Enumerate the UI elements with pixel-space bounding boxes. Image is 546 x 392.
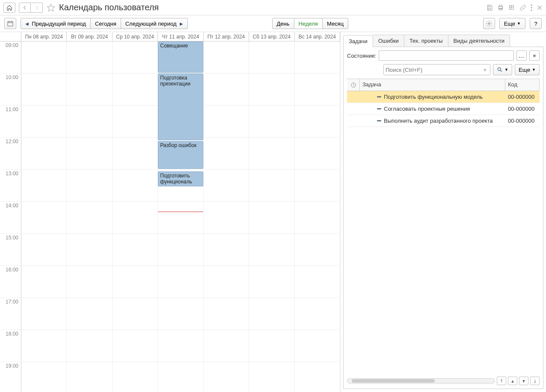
calendar-event[interactable]: Совещание — [158, 41, 203, 73]
day-column[interactable] — [249, 41, 294, 392]
side-tab[interactable]: Тех. проекты — [404, 35, 448, 47]
calendar-body[interactable]: 09:0010:0011:0012:0013:0014:0015:0016:00… — [0, 41, 340, 392]
view-week-button[interactable]: Неделя — [294, 18, 323, 29]
task-title: Подготовить функциональную модель — [384, 94, 483, 100]
side-tab[interactable]: Виды деятельности — [448, 35, 510, 47]
nav-back-button[interactable] — [19, 3, 31, 13]
close-icon[interactable] — [537, 5, 543, 11]
next-period-label: Следующий период — [125, 21, 177, 27]
day-header[interactable]: Вс 14 апр. 2024 — [295, 32, 340, 41]
h-scrollbar[interactable] — [347, 378, 495, 383]
side-panel: ЗадачиОшибкиТех. проектыВиды деятельност… — [341, 32, 546, 392]
side-body: Состояние: … × × ▼ Еще▼ — [343, 47, 543, 389]
link-icon[interactable] — [519, 4, 526, 11]
day-column[interactable] — [67, 41, 112, 392]
home-button[interactable] — [3, 3, 15, 13]
side-tab[interactable]: Задачи — [343, 35, 373, 47]
list-down-button[interactable]: ▼ — [519, 377, 528, 385]
view-month-button[interactable]: Месяц — [323, 18, 348, 29]
hour-label: 17:00 — [0, 298, 21, 330]
task-row[interactable]: Согласовать проектные решения00-000000 — [347, 103, 540, 115]
task-code: 00-000000 — [505, 106, 540, 112]
task-row[interactable]: Подготовить функциональную модель00-0000… — [347, 91, 540, 103]
search-icon — [497, 67, 503, 73]
calendar-event[interactable]: Подготовка презентации — [158, 74, 203, 140]
task-table-body: Подготовить функциональную модель00-0000… — [347, 91, 540, 375]
page-title: Календарь пользователя — [59, 3, 159, 12]
column-header-status[interactable] — [347, 79, 360, 91]
hour-label: 15:00 — [0, 234, 21, 266]
print-icon[interactable] — [497, 4, 504, 11]
home-icon — [6, 5, 12, 11]
svg-rect-2 — [499, 5, 502, 6]
open-window-icon[interactable] — [508, 4, 515, 11]
search-box[interactable]: × — [383, 64, 490, 75]
list-up-button[interactable]: ▲ — [508, 377, 517, 385]
search-clear-icon[interactable]: × — [481, 67, 488, 73]
hour-label: 16:00 — [0, 266, 21, 298]
state-select-button[interactable]: … — [516, 50, 527, 61]
hour-label: 19:00 — [0, 362, 21, 392]
svg-point-6 — [531, 7, 532, 8]
window-header: Календарь пользователя — [0, 0, 546, 15]
svg-rect-8 — [8, 21, 13, 26]
svg-point-10 — [498, 68, 501, 71]
svg-rect-4 — [510, 5, 513, 9]
day-header[interactable]: Чт 11 апр. 2024 — [158, 32, 203, 41]
hour-label: 09:00 — [0, 41, 21, 74]
search-button[interactable]: ▼ — [493, 64, 512, 75]
calendar-panel: Пн 08 апр. 2024Вт 09 апр. 2024Ср 10 апр.… — [0, 32, 341, 392]
state-clear-button[interactable]: × — [529, 50, 540, 61]
day-header[interactable]: Вт 09 апр. 2024 — [67, 32, 112, 41]
prev-period-button[interactable]: ◀ Предыдущий период — [21, 18, 91, 29]
column-header-task[interactable]: Задача — [360, 79, 505, 91]
task-table: Задача Код Подготовить функциональную мо… — [347, 79, 540, 375]
more-button[interactable]: Еще▼ — [499, 18, 525, 29]
nav-forward-button[interactable] — [31, 3, 43, 13]
list-bottom-button[interactable]: ⤓ — [530, 377, 540, 385]
day-header[interactable]: Пн 08 апр. 2024 — [21, 32, 67, 41]
more-menu-icon[interactable] — [531, 4, 532, 11]
search-input[interactable] — [386, 67, 481, 73]
view-month-label: Месяц — [327, 21, 344, 27]
side-tab[interactable]: Ошибки — [373, 35, 404, 47]
help-button[interactable]: ? — [530, 18, 542, 29]
day-header[interactable]: Пт 12 апр. 2024 — [204, 32, 249, 41]
hour-label: 10:00 — [0, 74, 21, 106]
view-day-button[interactable]: День — [272, 18, 294, 29]
list-top-button[interactable]: ⤒ — [497, 377, 506, 385]
day-column[interactable] — [295, 41, 340, 392]
day-column[interactable] — [113, 41, 158, 392]
today-button[interactable]: Сегодня — [91, 18, 121, 29]
task-row[interactable]: Выполнить аудит разработанного проекта00… — [347, 115, 540, 127]
day-header[interactable]: Ср 10 апр. 2024 — [113, 32, 158, 41]
calendar-event[interactable]: Разбор ошибок — [158, 141, 203, 169]
settings-button[interactable] — [483, 18, 495, 29]
side-more-label: Еще — [519, 67, 530, 73]
state-input[interactable] — [379, 50, 514, 61]
hour-label: 12:00 — [0, 138, 21, 170]
calendar-icon — [7, 20, 14, 27]
favorite-star-button[interactable] — [46, 3, 56, 12]
gear-icon — [486, 20, 493, 27]
svg-point-7 — [531, 9, 532, 11]
calendar-event[interactable]: Подготовить функциональ — [158, 171, 203, 187]
arrow-left-icon — [22, 5, 27, 10]
save-icon[interactable] — [486, 4, 493, 11]
svg-marker-0 — [47, 4, 55, 11]
hour-label: 18:00 — [0, 330, 21, 362]
pick-date-button[interactable] — [4, 18, 16, 29]
day-column[interactable] — [204, 41, 249, 392]
day-header[interactable]: Сб 13 апр. 2024 — [249, 32, 294, 41]
nav-group — [19, 3, 43, 13]
day-column[interactable] — [21, 41, 67, 392]
side-more-button[interactable]: Еще▼ — [515, 64, 540, 75]
side-tabs: ЗадачиОшибкиТех. проектыВиды деятельност… — [343, 35, 543, 47]
svg-rect-3 — [499, 8, 502, 10]
day-column[interactable]: СовещаниеПодготовка презентацииРазбор ош… — [158, 41, 203, 392]
today-label: Сегодня — [95, 21, 116, 27]
column-header-code[interactable]: Код — [505, 79, 540, 91]
task-status-icon — [377, 120, 381, 121]
next-period-button[interactable]: Следующий период ▶ — [121, 18, 188, 29]
ellipsis-icon: … — [519, 53, 525, 59]
